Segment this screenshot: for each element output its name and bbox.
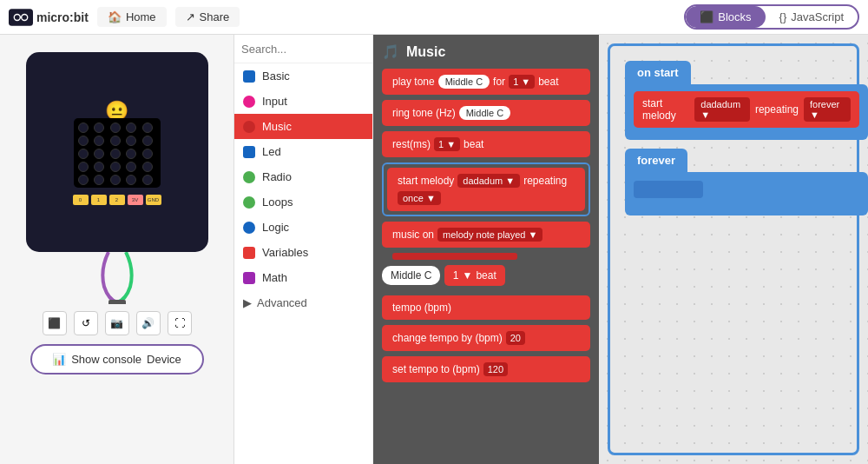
block-repeating-label: repeating xyxy=(523,175,567,187)
sidebar-item-radio[interactable]: Radio xyxy=(234,164,372,189)
block-ring-tone[interactable]: ring tone (Hz) Middle C xyxy=(382,100,590,126)
sidebar-item-label: Led xyxy=(262,145,281,158)
sidebar-item-label: Basic xyxy=(262,70,290,83)
home-button[interactable]: 🏠 Home xyxy=(97,7,167,27)
led-dot xyxy=(243,146,255,158)
block-label: tempo (bpm) xyxy=(392,302,451,314)
led-dot xyxy=(142,162,153,172)
screenshot-button[interactable]: 📷 xyxy=(105,311,129,335)
share-icon: ↗ xyxy=(186,10,195,23)
block-start-melody[interactable]: start melody dadadum ▼ repeating once ▼ xyxy=(387,168,585,211)
block-label: change tempo by (bpm) xyxy=(392,332,503,344)
event-dropdown[interactable]: melody note played ▼ xyxy=(437,228,542,242)
cable-svg xyxy=(82,252,152,304)
sidebar-item-label: Math xyxy=(262,271,287,284)
variables-dot xyxy=(243,247,255,259)
logo-icon xyxy=(9,9,33,26)
ws-melody-dropdown[interactable]: dadadum ▼ xyxy=(694,97,750,122)
led-dot xyxy=(110,136,121,146)
sidebar-item-music[interactable]: Music xyxy=(234,114,372,139)
block-beat-label: beat xyxy=(538,76,558,88)
led-dot xyxy=(126,123,136,133)
radio-dot xyxy=(243,171,255,183)
sidebar-item-math[interactable]: Math xyxy=(234,265,372,290)
led-dot xyxy=(110,175,121,185)
led-dot xyxy=(78,123,89,133)
loops-dot xyxy=(243,196,255,209)
share-button[interactable]: ↗ Share xyxy=(175,7,240,27)
ws-mode-dropdown[interactable]: forever ▼ xyxy=(804,97,851,122)
melody-dropdown[interactable]: dadadum ▼ xyxy=(457,174,520,188)
block-set-tempo[interactable]: set tempo to (bpm) 120 xyxy=(382,356,590,382)
block-label: music on xyxy=(392,229,434,241)
blocks-mode-button[interactable]: ⬛ Blocks xyxy=(686,6,765,28)
ws-on-start-label: on start xyxy=(625,61,691,84)
ws-inner-slot xyxy=(634,181,703,198)
blocks-panel-title-text: Music xyxy=(406,44,445,60)
sidebar-item-label: Logic xyxy=(262,221,289,234)
microbit-screen xyxy=(74,118,161,188)
sidebar-item-loops[interactable]: Loops xyxy=(234,189,372,215)
block-num-dropdown[interactable]: 1 ▼ xyxy=(434,137,460,151)
block-beat[interactable]: 1 ▼ beat xyxy=(444,265,505,286)
ws-start-melody-block[interactable]: start melody dadadum ▼ repeating forever… xyxy=(634,91,859,128)
block-change-tempo[interactable]: change tempo by (bpm) 20 xyxy=(382,325,590,351)
led-dot xyxy=(142,123,153,133)
led-dot xyxy=(94,162,104,172)
ws-forever-body xyxy=(625,172,868,215)
sidebar-item-advanced[interactable]: ▶ Advanced xyxy=(234,290,372,315)
sidebar-item-label: Radio xyxy=(262,170,292,183)
block-music-on[interactable]: music on melody note played ▼ xyxy=(382,222,590,248)
block-label: play tone xyxy=(392,76,435,88)
block-num-dropdown[interactable]: 1 ▼ xyxy=(509,75,535,89)
sound-button[interactable]: 🔊 xyxy=(136,311,161,335)
main-content: 😐 xyxy=(0,35,868,464)
block-tempo[interactable]: tempo (bpm) xyxy=(382,295,590,320)
led-dot xyxy=(110,162,121,172)
led-dot xyxy=(110,123,121,133)
sidebar-item-led[interactable]: Led xyxy=(234,139,372,164)
home-icon: 🏠 xyxy=(108,10,122,23)
block-rest[interactable]: rest(ms) 1 ▼ beat xyxy=(382,131,590,157)
block-connector xyxy=(392,253,517,260)
workspace-panel[interactable]: on start start melody dadadum ▼ repeatin… xyxy=(599,35,868,464)
logo-text: micro:bit xyxy=(36,10,89,24)
ws-forever-block: forever xyxy=(625,149,868,215)
categories-panel: 🔍 Basic Input Music Led Radio Loops L xyxy=(234,35,373,464)
led-dot xyxy=(78,175,89,185)
sidebar-item-input[interactable]: Input xyxy=(234,89,372,114)
sidebar-item-label: Advanced xyxy=(257,296,307,309)
cable-area xyxy=(82,252,152,304)
block-note[interactable]: Middle C xyxy=(382,266,440,285)
led-dot xyxy=(78,162,89,172)
logic-dot xyxy=(243,222,255,234)
sidebar-item-basic[interactable]: Basic xyxy=(234,63,372,89)
sidebar-item-label: Music xyxy=(262,120,292,133)
blocks-panel-title: 🎵 Music xyxy=(382,43,590,60)
restart-button[interactable]: ↺ xyxy=(74,311,98,335)
stop-button[interactable]: ⬛ xyxy=(43,311,67,335)
workspace-area[interactable]: on start start melody dadadum ▼ repeatin… xyxy=(599,35,868,464)
block-note-value: Middle C xyxy=(459,106,510,120)
logo[interactable]: micro:bit xyxy=(9,9,89,26)
block-for-label: for xyxy=(493,76,505,88)
javascript-mode-button[interactable]: {} JavaScript xyxy=(766,6,858,28)
sidebar-item-logic[interactable]: Logic xyxy=(234,215,372,240)
dropdown-icon: ▼ xyxy=(463,269,473,282)
device-label: Device xyxy=(147,353,181,366)
show-console-button[interactable]: 📊 Show console Device xyxy=(30,344,204,375)
fullscreen-button[interactable]: ⛶ xyxy=(168,311,192,335)
ws-forever-label: forever xyxy=(625,149,687,172)
sidebar-item-variables[interactable]: Variables xyxy=(234,240,372,265)
block-value-20: 20 xyxy=(506,331,525,345)
music-title-icon: 🎵 xyxy=(382,43,399,60)
block-play-tone[interactable]: play tone Middle C for 1 ▼ beat xyxy=(382,69,590,95)
search-input[interactable] xyxy=(241,43,373,56)
block-label: rest(ms) xyxy=(392,138,431,150)
input-dot xyxy=(243,96,255,108)
repeat-dropdown[interactable]: once ▼ xyxy=(398,191,441,205)
pin-gnd: GND xyxy=(146,195,161,205)
led-dot xyxy=(126,149,136,159)
block-beat-label: beat xyxy=(464,138,483,150)
ws-on-start-body: start melody dadadum ▼ repeating forever… xyxy=(625,84,868,140)
